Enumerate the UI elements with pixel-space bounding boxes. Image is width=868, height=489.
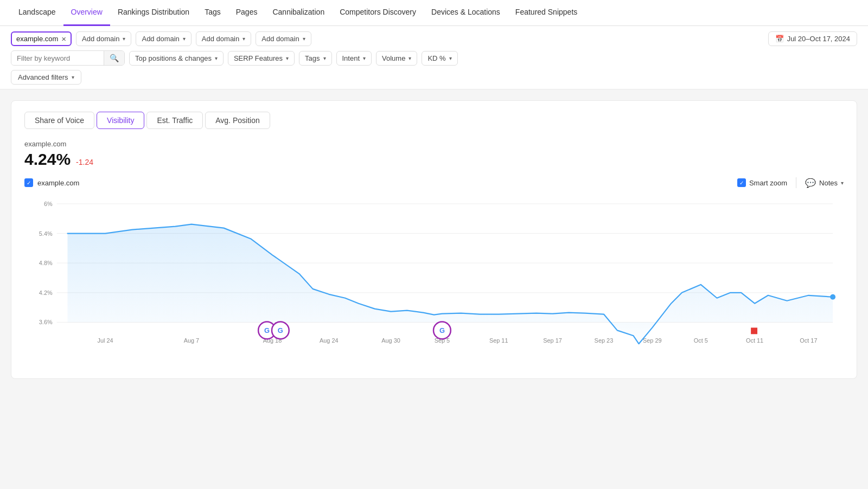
domain-chip: example.com × — [11, 31, 72, 46]
chevron-down-icon: ▾ — [323, 55, 326, 61]
metric-value-row: 4.24% -1.24 — [24, 150, 844, 169]
close-domain-button[interactable]: × — [61, 35, 66, 43]
legend-divider — [796, 177, 796, 188]
serp-features-label: SERP Features — [234, 54, 283, 62]
domain-chip-label: example.com — [16, 35, 58, 43]
chevron-down-icon: ▾ — [242, 36, 245, 42]
nav-competitors-discovery[interactable]: Competitors Discovery — [332, 0, 424, 26]
add-domain-3-button[interactable]: Add domain ▾ — [196, 31, 251, 46]
svg-text:Oct 17: Oct 17 — [800, 337, 817, 344]
kd-button[interactable]: KD % ▾ — [422, 51, 457, 66]
add-domain-2-button[interactable]: Add domain ▾ — [136, 31, 191, 46]
svg-text:G: G — [264, 326, 270, 334]
notes-button[interactable]: 💬 Notes ▾ — [805, 178, 844, 188]
intent-label: Intent — [342, 54, 360, 62]
svg-text:Sep 11: Sep 11 — [489, 337, 508, 344]
metric-value: 4.24% — [24, 150, 71, 169]
add-domain-4-label: Add domain — [261, 35, 299, 43]
toolbar-row-3: Advanced filters ▾ — [11, 70, 857, 85]
tags-label: Tags — [305, 54, 320, 62]
advanced-filters-label: Advanced filters — [18, 73, 68, 81]
tags-button[interactable]: Tags ▾ — [299, 51, 331, 66]
svg-text:Oct 5: Oct 5 — [694, 337, 708, 344]
add-domain-3-label: Add domain — [202, 35, 239, 43]
chevron-down-icon: ▾ — [215, 55, 218, 61]
svg-text:Aug 30: Aug 30 — [381, 337, 400, 344]
top-positions-button[interactable]: Top positions & changes ▾ — [129, 51, 224, 66]
calendar-icon: 📅 — [775, 35, 784, 43]
notes-label: Notes — [819, 179, 838, 187]
svg-text:Oct 11: Oct 11 — [746, 337, 763, 344]
svg-text:3.6%: 3.6% — [39, 319, 53, 325]
intent-button[interactable]: Intent ▾ — [336, 51, 372, 66]
smart-zoom-checkbox[interactable]: ✓ — [737, 178, 746, 187]
chart-card: Share of Voice Visibility Est. Traffic A… — [11, 100, 857, 379]
legend-domain-label: example.com — [37, 179, 79, 187]
svg-text:Sep 17: Sep 17 — [543, 337, 562, 344]
svg-text:Sep 23: Sep 23 — [595, 337, 614, 344]
search-input[interactable] — [11, 52, 104, 65]
advanced-filters-button[interactable]: Advanced filters ▾ — [11, 70, 81, 85]
toolbar: example.com × Add domain ▾ Add domain ▾ … — [0, 26, 868, 89]
google-annotation-sep5[interactable]: G — [433, 321, 451, 339]
svg-text:Sep 29: Sep 29 — [643, 337, 662, 344]
tab-visibility[interactable]: Visibility — [97, 112, 144, 129]
toolbar-row-1: example.com × Add domain ▾ Add domain ▾ … — [11, 31, 857, 46]
nav-featured-snippets[interactable]: Featured Snippets — [508, 0, 585, 26]
smart-zoom-control: ✓ Smart zoom — [737, 178, 787, 187]
nav-tags[interactable]: Tags — [197, 0, 228, 26]
add-domain-2-label: Add domain — [142, 35, 179, 43]
search-button[interactable]: 🔍 — [104, 51, 124, 65]
nav-landscape[interactable]: Landscape — [11, 0, 63, 26]
tab-est-traffic[interactable]: Est. Traffic — [146, 112, 203, 129]
add-domain-4-button[interactable]: Add domain ▾ — [256, 31, 311, 46]
metric-tabs: Share of Voice Visibility Est. Traffic A… — [24, 112, 844, 129]
chevron-down-icon: ▾ — [123, 36, 125, 42]
serp-features-button[interactable]: SERP Features ▾ — [228, 51, 295, 66]
legend-left: ✓ example.com — [24, 178, 79, 187]
nav-rankings-distribution[interactable]: Rankings Distribution — [110, 0, 197, 26]
nav-cannibalization[interactable]: Cannibalization — [265, 0, 332, 26]
tab-avg-position[interactable]: Avg. Position — [205, 112, 270, 129]
chevron-down-icon: ▾ — [841, 180, 844, 186]
svg-text:Aug 24: Aug 24 — [320, 337, 339, 344]
svg-text:G: G — [278, 326, 283, 334]
chevron-down-icon: ▾ — [286, 55, 289, 61]
nav-devices-locations[interactable]: Devices & Locations — [424, 0, 508, 26]
chart-legend-row: ✓ example.com ✓ Smart zoom 💬 Notes ▾ — [24, 177, 844, 188]
red-marker-oct11 — [751, 327, 757, 334]
chat-icon: 💬 — [805, 178, 816, 188]
volume-label: Volume — [382, 54, 405, 62]
legend-right: ✓ Smart zoom 💬 Notes ▾ — [737, 177, 844, 188]
chevron-down-icon: ▾ — [72, 74, 74, 80]
chevron-down-icon: ▾ — [409, 55, 411, 61]
svg-text:4.2%: 4.2% — [39, 289, 53, 296]
metric-section: example.com 4.24% -1.24 — [24, 140, 844, 169]
tab-share-of-voice[interactable]: Share of Voice — [24, 112, 94, 129]
svg-text:5.4%: 5.4% — [39, 230, 53, 237]
top-navigation: Landscape Overview Rankings Distribution… — [0, 0, 868, 26]
chart-end-dot — [830, 294, 835, 300]
google-annotation-aug18-2[interactable]: G — [272, 321, 289, 339]
keyword-search: 🔍 — [11, 50, 125, 66]
add-domain-1-button[interactable]: Add domain ▾ — [76, 31, 131, 46]
chevron-down-icon: ▾ — [363, 55, 366, 61]
volume-button[interactable]: Volume ▾ — [376, 51, 417, 66]
svg-text:Jul 24: Jul 24 — [97, 337, 113, 344]
smart-zoom-label: Smart zoom — [749, 179, 787, 187]
visibility-chart: 6% 5.4% 4.8% 4.2% 3.6% Jul 24 Aug 7 Aug … — [24, 192, 844, 366]
svg-text:G: G — [439, 326, 445, 334]
chevron-down-icon: ▾ — [449, 55, 452, 61]
nav-pages[interactable]: Pages — [228, 0, 265, 26]
legend-checkbox[interactable]: ✓ — [24, 178, 33, 187]
toolbar-row-2: 🔍 Top positions & changes ▾ SERP Feature… — [11, 50, 857, 66]
date-range-button[interactable]: 📅 Jul 20–Oct 17, 2024 — [768, 31, 857, 46]
top-positions-label: Top positions & changes — [135, 54, 212, 62]
main-content: Share of Voice Visibility Est. Traffic A… — [0, 89, 868, 390]
nav-overview[interactable]: Overview — [63, 0, 110, 26]
svg-text:4.8%: 4.8% — [39, 260, 53, 266]
kd-label: KD % — [427, 54, 445, 62]
date-range-label: Jul 20–Oct 17, 2024 — [787, 35, 850, 43]
metric-delta: -1.24 — [76, 158, 93, 166]
chart-wrapper: 6% 5.4% 4.8% 4.2% 3.6% Jul 24 Aug 7 Aug … — [24, 192, 844, 368]
